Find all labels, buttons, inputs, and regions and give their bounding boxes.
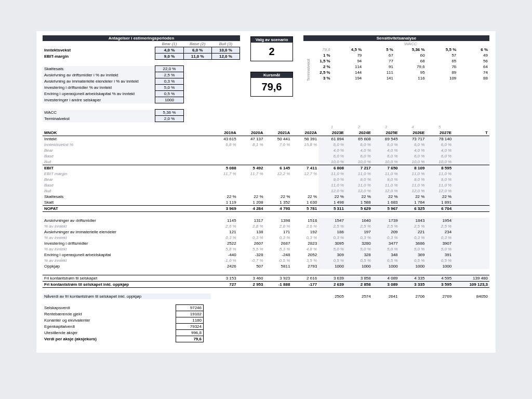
model-cell: -177 [291,282,318,288]
model-cell: 2426 [211,263,238,269]
model-cell: 1317 [238,218,265,223]
model-cell: 3477 [373,241,400,246]
model-cell: 0,5 % [345,258,373,263]
terminal-cell [453,246,489,252]
cash-value: 1180 [176,317,204,324]
ebit-margin-base[interactable]: 11,0 % [183,54,211,60]
model-cell [291,294,318,299]
row-label: Base [43,153,211,159]
terminal-cell [453,218,489,223]
model-cell: 12,0 % [373,188,400,194]
model-cell [265,182,292,188]
model-cell [291,177,318,182]
debt-value: 19102 [176,311,204,317]
tax-input[interactable]: 22,0 % [155,66,183,72]
scenario-box: Valg av scenario 2 [250,36,293,61]
year-header: 2026E [400,130,427,136]
model-cell: 369 [400,252,427,258]
ebit-margin-bear[interactable]: 9,0 % [155,54,183,60]
model-cell: 5,0 % [318,246,345,252]
model-cell: 9,0 % [345,177,373,182]
model-cell: 1000 [373,263,400,269]
sens-cell: 141 [363,75,395,81]
model-cell: 5811 [265,263,292,269]
rev-growth-bull[interactable]: 10,0 % [211,47,240,54]
model-cell: 1000 [318,263,345,269]
acq-input[interactable]: 1000 [155,97,183,103]
model-cell: 22 % [238,194,265,200]
model-cell: 2641 [373,294,400,299]
model-cell: 0,5 % [426,258,453,263]
capex-label: Investering i driftsmidler % av inntekt [43,85,155,91]
model-cell: 1 498 [318,200,345,206]
model-cell [211,188,238,194]
model-cell [291,182,318,188]
terminal-cell [453,235,489,241]
rev-growth-bear[interactable]: 4,0 % [155,47,183,54]
wacc-input[interactable]: 5,36 % [155,110,183,116]
model-cell: 4 089 [373,275,400,282]
model-cell: 5,5 % [238,246,265,252]
model-cell: 0,3 % [211,235,238,241]
model-cell: 12,0 % [318,188,345,194]
model-cell: 65 608 [345,136,373,142]
model-cell [211,294,238,299]
year-header: 2019A [211,130,238,136]
row-label: % av inntekt [43,246,211,252]
forecast-index: 2 [345,124,373,130]
model-cell: 121 [211,229,238,235]
target-box: Kursmål 79,6 [250,72,293,97]
row-label: Avskrivninger av immaterielle eiendeler [43,229,211,235]
model-cell: 1 784 [400,200,427,206]
dep-intang-input[interactable]: 0,3 % [155,78,183,85]
sens-tg-row: 3 % [314,75,332,81]
model-cell: 5 629 [345,206,373,212]
terminal-cell [453,263,489,269]
forecast-index: 5 [426,124,453,130]
model-cell: 1 683 [373,200,400,206]
sens-cell: 49 [458,52,489,58]
model-cell: 4,0 % [318,148,345,153]
sens-wacc-col: 6 % [458,47,489,52]
year-header: 2027E [426,130,453,136]
ebit-margin-bull[interactable]: 12,0 % [211,54,240,60]
col-bear: Bear (1) [155,41,183,47]
model-cell [238,148,265,153]
model-cell: 2 639 [318,282,345,288]
year-header: 2025E [373,130,400,136]
rev-growth-base[interactable]: 6,0 % [183,47,211,54]
model-cell: 5,0 % [373,246,400,252]
model-cell: 3 335 [400,282,427,288]
model-cell: 2 953 [238,282,265,288]
sens-wacc-axis: WACC [332,41,489,47]
model-cell: 2522 [211,241,238,246]
sensitivity-block: Sensitivitetsanalyse Terminalvekst WACC … [303,35,489,81]
sens-wacc-col: 4,5 % [332,47,364,52]
model-cell: 6,8 % [211,142,238,148]
row-label: NOPAT [43,206,211,212]
model-cell: 3280 [345,241,373,246]
row-label: Bull [43,188,211,194]
model-cell: 209 [373,229,400,235]
model-cell: 5 088 [211,165,238,171]
scenario-value[interactable]: 2 [251,43,292,61]
row-label: Avskrivninger av driftsmidler [43,218,211,223]
capex-input[interactable]: 5,0 % [155,85,183,91]
nwc-input[interactable]: 0,5 % [155,91,183,97]
model-cell: 1 119 [211,200,238,206]
model-cell: 4,0 % [373,148,400,153]
shares-label: Utestående aksjer [43,330,176,336]
tg-input[interactable]: 2,0 % [155,116,183,122]
model-cell: 7 411 [291,165,318,171]
sens-cell: 57 [427,52,458,58]
model-cell: 12,0 % [345,188,373,194]
dep-tang-input[interactable]: 2,5 % [155,72,183,78]
model-cell: 0,5 % [318,258,345,263]
model-cell: 0,3 % [373,235,400,241]
model-cell: 5 492 [238,165,265,171]
model-cell: 4,0 % [345,148,373,153]
row-label: Inntektsvekst % [43,142,211,148]
debt-label: Rentebærende gjeld [43,311,176,317]
model-cell: 11,0 % [345,171,373,177]
model-cell: 3 089 [373,282,400,288]
